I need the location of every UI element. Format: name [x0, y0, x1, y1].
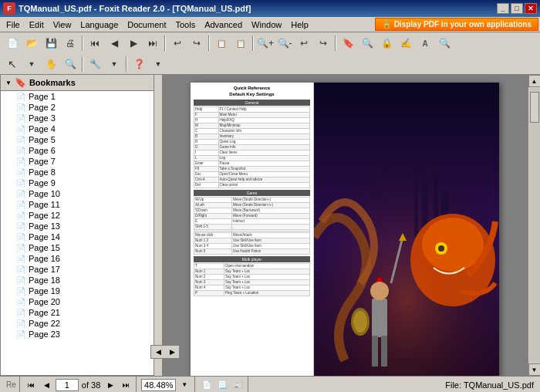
pdf-quick-reference: Quick ReferenceDefault Key Settings Gene…: [191, 83, 314, 376]
sidebar-item-page22[interactable]: 📄Page 22: [1, 318, 154, 329]
toolbar-paste[interactable]: 📋: [231, 35, 250, 52]
menu-document[interactable]: Document: [123, 19, 170, 31]
sidebar-item-page3[interactable]: 📄Page 3: [1, 113, 154, 123]
menu-window[interactable]: Window: [247, 19, 286, 31]
toolbar-open[interactable]: 📂: [22, 35, 41, 52]
toolbar-help-dd[interactable]: ▼: [149, 56, 167, 73]
toolbar-zoomout[interactable]: 🔍-: [275, 35, 294, 52]
zoom-dropdown[interactable]: ▼: [177, 379, 191, 391]
table-row: DelClear portal: [194, 182, 310, 188]
toolbar-bookmark[interactable]: 🔖: [339, 35, 357, 52]
current-page-input[interactable]: 1: [56, 379, 79, 391]
title-bar-text: TQManual_US.pdf - Foxit Reader 2.0 - [TQ…: [19, 4, 251, 13]
toolbar-back[interactable]: ↩: [168, 35, 187, 52]
status-first-page[interactable]: ⏮: [25, 379, 39, 391]
status-last-page[interactable]: ⏭: [119, 379, 133, 391]
qr-title: Quick ReferenceDefault Key Settings: [194, 86, 310, 98]
maximize-button[interactable]: □: [511, 3, 523, 14]
sidebar-item-page20[interactable]: 📄Page 20: [1, 296, 154, 307]
table-row: EscOpen/Close Menu: [194, 171, 310, 177]
sidebar-item-page2[interactable]: 📄Page 2: [1, 102, 154, 113]
sidebar-item-page14[interactable]: 📄Page 14: [1, 231, 154, 242]
toolbar-zoomin[interactable]: 🔍+: [256, 35, 275, 52]
scroll-down-button[interactable]: ▼: [528, 363, 541, 376]
scroll-up-button[interactable]: ▲: [528, 75, 541, 87]
toolbar-sep-2: [164, 35, 166, 51]
foxit-notification[interactable]: 🔒 Display PDF in your own applications: [375, 18, 538, 31]
zoom-input[interactable]: [141, 379, 176, 391]
toolbar-forward[interactable]: ↪: [187, 35, 206, 52]
toolbar-prev[interactable]: ◀: [105, 35, 123, 52]
sidebar-item-page7[interactable]: 📄Page 7: [1, 156, 154, 167]
sidebar-item-page15[interactable]: 📄Page 15: [1, 242, 154, 253]
page-icon-7: 📄: [16, 157, 25, 166]
toolbar-find[interactable]: 🔍: [358, 35, 376, 52]
toolbar-redo[interactable]: ↪: [314, 35, 332, 52]
sidebar-item-page16[interactable]: 📄Page 16: [1, 253, 154, 264]
sidebar-item-page10[interactable]: 📄Page 10: [1, 188, 154, 199]
toolbar-new[interactable]: 📄: [3, 35, 22, 52]
sidebar-item-page18[interactable]: 📄Page 18: [1, 275, 154, 286]
sidebar-item-page13[interactable]: 📄Page 13: [1, 221, 154, 231]
menu-advanced[interactable]: Advanced: [200, 19, 247, 31]
toolbar-help-btn[interactable]: ❓: [130, 56, 148, 73]
toolbar-select[interactable]: ↖: [3, 56, 22, 73]
sidebar-item-page11[interactable]: 📄Page 11: [1, 199, 154, 210]
sidebar-item-page21[interactable]: 📄Page 21: [1, 307, 154, 318]
toolbar-zoom-tool[interactable]: 🔍: [61, 56, 79, 73]
page-icon-13: 📄: [16, 222, 25, 231]
main-content: ▼ 🔖 Bookmarks 📄Page 1 📄Page 2 📄Page 3 📄P…: [0, 75, 540, 376]
sidebar-scroll-right[interactable]: ▶: [165, 346, 179, 358]
toolbar-undo[interactable]: ↩: [295, 35, 313, 52]
toolbar-encrypt[interactable]: 🔒: [377, 35, 396, 52]
scroll-thumb[interactable]: [530, 92, 539, 123]
sidebar-item-page8[interactable]: 📄Page 8: [1, 167, 154, 177]
toolbar-first[interactable]: ⏮: [86, 35, 104, 52]
sidebar-item-page5[interactable]: 📄Page 5: [1, 134, 154, 145]
sidebar-scroll-left[interactable]: ◀: [151, 346, 165, 358]
toolbar-copy[interactable]: 📋: [212, 35, 231, 52]
menu-edit[interactable]: Edit: [25, 19, 49, 31]
sidebar-item-page17[interactable]: 📄Page 17: [1, 264, 154, 275]
toolbar-text[interactable]: A: [416, 35, 434, 52]
page-icon-16: 📄: [16, 255, 25, 263]
pdf-viewer[interactable]: Quick ReferenceDefault Key Settings Gene…: [162, 75, 528, 376]
close-button[interactable]: ✕: [525, 3, 537, 14]
status-next-page[interactable]: ▶: [103, 379, 117, 391]
menu-tools[interactable]: Tools: [170, 19, 200, 31]
table-row: CCharacter Info: [194, 128, 310, 133]
table-row: IClear Items: [194, 150, 310, 155]
table-row: F6Take a Snapshot: [194, 166, 310, 171]
toolbar-print[interactable]: 🖨: [61, 35, 79, 52]
menu-view[interactable]: View: [49, 19, 76, 31]
minimize-button[interactable]: _: [497, 3, 509, 14]
sidebar-item-page19[interactable]: 📄Page 19: [1, 286, 154, 296]
toolbar-sep-6: [82, 56, 83, 72]
sidebar-item-page9[interactable]: 📄Page 9: [1, 177, 154, 188]
svg-point-14: [353, 311, 367, 333]
continuous-view[interactable]: 📃: [215, 379, 229, 391]
toolbar-next[interactable]: ▶: [124, 35, 143, 52]
toolbar-dropdown-arrow[interactable]: ▼: [22, 56, 41, 73]
menu-language[interactable]: Language: [76, 19, 123, 31]
sidebar-item-page23[interactable]: 📄Page 23: [1, 329, 154, 340]
single-page-view[interactable]: 📄: [200, 379, 214, 391]
sidebar-item-page4[interactable]: 📄Page 4: [1, 123, 154, 134]
toolbar-pan[interactable]: ✋: [42, 56, 60, 73]
toolbar-last[interactable]: ⏭: [143, 35, 162, 52]
table-row: Num 1Say Team + Loc: [194, 269, 310, 274]
status-prev-page[interactable]: ◀: [40, 379, 54, 391]
toolbar-wrench[interactable]: 🔧: [86, 56, 104, 73]
menu-file[interactable]: File: [2, 19, 25, 31]
scroll-track[interactable]: [529, 88, 540, 363]
svg-rect-2: [414, 175, 418, 237]
toolbar-search[interactable]: 🔍: [435, 35, 454, 52]
sidebar-item-page12[interactable]: 📄Page 12: [1, 210, 154, 221]
toolbar-dd2[interactable]: ▼: [105, 56, 123, 73]
toolbar-sign[interactable]: ✍: [397, 35, 415, 52]
sidebar-item-page6[interactable]: 📄Page 6: [1, 145, 154, 156]
menu-help[interactable]: Help: [286, 19, 313, 31]
sidebar-item-page1[interactable]: 📄Page 1: [1, 91, 154, 102]
facing-view[interactable]: 📰: [231, 379, 245, 391]
toolbar-save[interactable]: 💾: [42, 35, 60, 52]
